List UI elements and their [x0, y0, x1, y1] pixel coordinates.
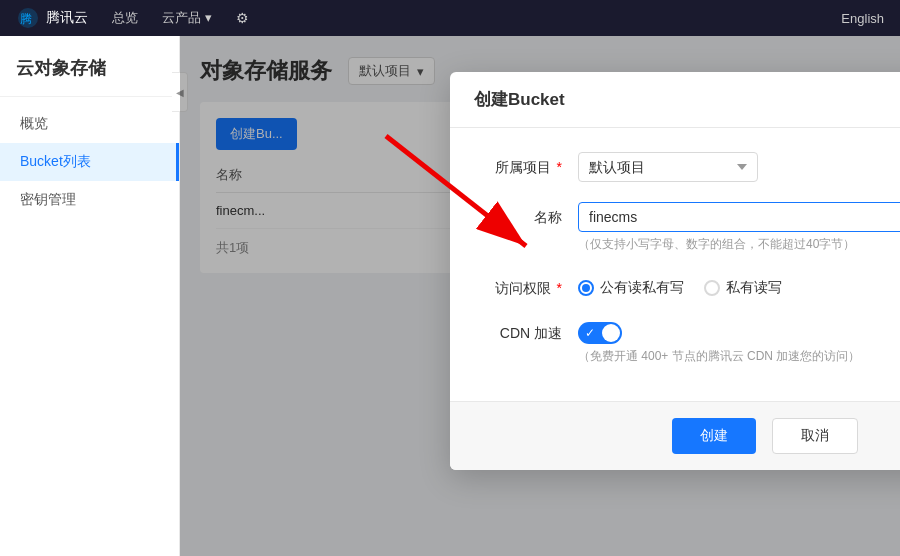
cdn-control: ✓ （免费开通 400+ 节点的腾讯云 CDN 加速您的访问） — [578, 318, 900, 365]
form-row-name: 名称 ✅ （仅支持小写字母、数字的组合，不能超过40字节） — [482, 202, 900, 253]
top-navbar: 腾 腾讯云 总览 云产品 ▾ ⚙ English — [0, 0, 900, 36]
project-label: 所属项目 * — [482, 152, 562, 177]
logo-text: 腾讯云 — [46, 9, 88, 27]
project-select[interactable]: 默认项目 — [578, 152, 758, 182]
required-mark: * — [557, 159, 562, 175]
nav-products[interactable]: 云产品 ▾ — [162, 9, 212, 27]
access-label: 访问权限 * — [482, 273, 562, 298]
settings-icon[interactable]: ⚙ — [236, 10, 249, 26]
language-selector[interactable]: English — [841, 11, 884, 26]
name-input-wrap: ✅ — [578, 202, 900, 232]
form-row-cdn: CDN 加速 ✓ （免费开通 400+ 节点的腾讯云 CDN 加速您的访问） — [482, 318, 900, 365]
cdn-toggle[interactable]: ✓ — [578, 322, 622, 344]
radio-circle-private — [704, 280, 720, 296]
tencent-logo-icon: 腾 — [16, 6, 40, 30]
access-radio-group: 公有读私有写 私有读写 — [578, 273, 900, 297]
cdn-toggle-wrap: ✓ — [578, 318, 900, 344]
radio-public[interactable]: 公有读私有写 — [578, 279, 684, 297]
name-hint: （仅支持小写字母、数字的组合，不能超过40字节） — [578, 236, 900, 253]
toggle-knob — [602, 324, 620, 342]
radio-private[interactable]: 私有读写 — [704, 279, 782, 297]
name-control: ✅ （仅支持小写字母、数字的组合，不能超过40字节） — [578, 202, 900, 253]
create-bucket-modal: 创建Bucket 所属项目 * 默认项目 — [450, 72, 900, 470]
name-label: 名称 — [482, 202, 562, 227]
modal-body: 所属项目 * 默认项目 名称 — [450, 128, 900, 401]
cancel-button[interactable]: 取消 — [772, 418, 858, 454]
sidebar-title: 云对象存储 — [0, 36, 179, 97]
required-mark-access: * — [557, 280, 562, 296]
main-content: 对象存储服务 默认项目 ▾ 创建Bu... 名称 finecm... 共1项 创… — [180, 36, 900, 556]
name-input[interactable] — [578, 202, 900, 232]
logo: 腾 腾讯云 — [16, 6, 88, 30]
access-control: 公有读私有写 私有读写 — [578, 273, 900, 297]
radio-circle-public — [578, 280, 594, 296]
sidebar: 云对象存储 概览 Bucket列表 密钥管理 — [0, 36, 180, 556]
form-row-access: 访问权限 * 公有读私有写 私有读写 — [482, 273, 900, 298]
modal-footer: 创建 取消 — [450, 401, 900, 470]
sidebar-nav: 概览 Bucket列表 密钥管理 — [0, 97, 179, 219]
sidebar-item-overview[interactable]: 概览 — [0, 105, 179, 143]
sidebar-item-key-management[interactable]: 密钥管理 — [0, 181, 179, 219]
sidebar-item-bucket-list[interactable]: Bucket列表 — [0, 143, 179, 181]
svg-text:腾: 腾 — [20, 12, 32, 26]
confirm-button[interactable]: 创建 — [672, 418, 756, 454]
toggle-check-icon: ✓ — [580, 324, 600, 342]
form-row-project: 所属项目 * 默认项目 — [482, 152, 900, 182]
cdn-label: CDN 加速 — [482, 318, 562, 343]
cdn-hint: （免费开通 400+ 节点的腾讯云 CDN 加速您的访问） — [578, 348, 900, 365]
nav-overview[interactable]: 总览 — [112, 9, 138, 27]
page-layout: 云对象存储 概览 Bucket列表 密钥管理 ◀ 对象存储服务 默认项目 ▾ — [0, 36, 900, 556]
modal-title: 创建Bucket — [450, 72, 900, 128]
project-control: 默认项目 — [578, 152, 900, 182]
